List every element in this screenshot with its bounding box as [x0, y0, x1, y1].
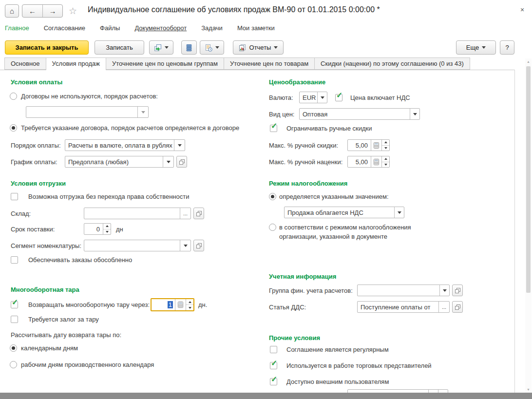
menu-item-notes[interactable]: Мои заметки	[237, 24, 275, 32]
dropdown-button[interactable]	[439, 285, 449, 296]
checkbox-separate-orders-row[interactable]: Обеспечивать заказы обособленно	[11, 256, 132, 264]
checkbox-limit-discounts-row[interactable]: ✓ Ограничивать ручные скидки	[270, 125, 372, 132]
back-button[interactable]: ←	[22, 5, 42, 17]
choose-button[interactable]: ...	[438, 302, 449, 312]
window-title: Индивидуальное соглашение об условиях пр…	[88, 5, 380, 14]
price-type-select[interactable]: Оптовая	[299, 108, 420, 120]
checkbox-tare-deposit-row[interactable]: Требуется залог за тару	[11, 316, 99, 323]
checkbox-limit-discounts[interactable]: ✓	[270, 125, 277, 132]
dropdown-button[interactable]	[174, 140, 185, 151]
spinner	[381, 140, 389, 151]
dropdown-button[interactable]	[180, 240, 190, 251]
help-button[interactable]: ?	[500, 40, 514, 55]
dds-label: Статья ДДС:	[269, 304, 357, 311]
warehouse-field[interactable]: ...	[84, 208, 191, 219]
radio-icon[interactable]	[10, 93, 17, 100]
open-button[interactable]	[452, 285, 463, 296]
currency-select[interactable]: EUR	[299, 92, 327, 103]
checkbox-reps[interactable]: ✓	[270, 362, 277, 369]
structure-button[interactable]	[181, 40, 197, 55]
radio-no-contracts[interactable]: Договоры не используются, порядок расчет…	[10, 93, 158, 100]
checkbox-icon[interactable]	[11, 256, 18, 264]
favorite-star-icon[interactable]: ☆	[69, 6, 77, 16]
return-tare-days-field[interactable]: 1	[151, 298, 194, 311]
checkbox-icon[interactable]	[11, 193, 18, 200]
spin-up-button[interactable]	[186, 299, 193, 305]
open-button[interactable]	[193, 208, 204, 219]
checkbox-external[interactable]: ✓	[270, 378, 277, 385]
settlement-order-select[interactable]	[26, 106, 149, 118]
segment-select[interactable]	[84, 240, 191, 251]
radio-tax-specified[interactable]: определяется указанным значением:	[269, 193, 389, 200]
radio-contract-required[interactable]: Требуется указание договора, порядок рас…	[10, 124, 239, 132]
checkbox-price-includes-vat[interactable]: ✓	[335, 94, 342, 101]
tab-price-groups[interactable]: Уточнение цен по ценовым группам	[106, 57, 224, 70]
tax-value-select[interactable]: Продажа облагается НДС	[284, 207, 404, 218]
save-button[interactable]: Записать	[95, 40, 144, 55]
spin-down-button[interactable]	[186, 305, 193, 310]
menu-item-files[interactable]: Файлы	[100, 24, 120, 32]
menu-item-main[interactable]: Главное	[5, 24, 29, 32]
menu-item-docflow[interactable]: Документооборот	[134, 24, 187, 32]
more-button[interactable]: Еще	[456, 40, 496, 55]
checkbox-icon[interactable]	[270, 346, 277, 353]
scroll-down-icon[interactable]: ▼	[525, 387, 532, 392]
calculator-button[interactable]	[175, 299, 186, 310]
currency-value: EUR	[300, 92, 317, 103]
calculator-button[interactable]	[371, 140, 381, 151]
dropdown-button[interactable]	[410, 109, 419, 119]
fin-group-select[interactable]	[357, 285, 450, 296]
checkbox-regular-row[interactable]: Соглашение является регулярным	[270, 346, 389, 353]
radio-calendar-days[interactable]: календарным дням	[10, 344, 78, 352]
calculator-button[interactable]	[371, 156, 381, 167]
scroll-up-icon[interactable]: ▲	[525, 59, 532, 64]
forward-button[interactable]: →	[42, 5, 62, 17]
tab-sales-conditions[interactable]: Условия продаж	[46, 57, 106, 70]
checkbox-no-ownership-row[interactable]: Возможна отгрузка без перехода права соб…	[11, 193, 189, 200]
vertical-scrollbar[interactable]: ▲ ▼	[525, 58, 532, 393]
radio-selected-icon[interactable]	[269, 193, 276, 200]
open-button[interactable]	[452, 301, 463, 313]
reports-button[interactable]: Отчеты	[233, 40, 284, 55]
dds-field[interactable]: Поступление оплаты от ...	[357, 301, 450, 313]
menu-item-approval[interactable]: Согласование	[44, 24, 85, 32]
checkbox-external-row[interactable]: ✓ Доступно внешним пользователям	[270, 378, 389, 385]
radio-work-days[interactable]: рабочим дням производственного календаря	[10, 361, 154, 368]
document-history-button[interactable]	[200, 40, 224, 55]
radio-selected-icon[interactable]	[10, 344, 17, 352]
tab-discounts[interactable]: Скидки (наценки) по этому соглашению (0 …	[314, 57, 470, 70]
radio-selected-icon[interactable]	[10, 124, 17, 132]
scrollbar-thumb[interactable]	[526, 66, 531, 293]
tab-price-products[interactable]: Уточнение цен по товарам	[224, 57, 315, 70]
open-button[interactable]	[193, 240, 204, 251]
spin-up-button[interactable]	[382, 156, 389, 162]
spin-up-button[interactable]	[103, 224, 111, 229]
spin-down-button[interactable]	[103, 229, 111, 235]
checkbox-icon[interactable]	[11, 316, 18, 323]
save-and-close-button[interactable]: Записать и закрыть	[5, 40, 89, 55]
radio-tax-by-org[interactable]: в соответствии с режимом налогообложения…	[269, 223, 423, 241]
menu-item-tasks[interactable]: Задачи	[201, 24, 223, 32]
dropdown-button[interactable]	[137, 107, 148, 117]
radio-icon[interactable]	[10, 361, 17, 368]
checkbox-reps-row[interactable]: ✓ Используется в работе торговых предста…	[270, 362, 432, 369]
open-button[interactable]	[176, 156, 187, 168]
tab-main[interactable]: Основное	[4, 57, 46, 70]
spin-down-button[interactable]	[382, 162, 389, 168]
dropdown-button[interactable]	[317, 92, 327, 103]
dropdown-button[interactable]	[163, 156, 173, 167]
post-document-button[interactable]	[149, 40, 173, 55]
pay-schedule-select[interactable]: Предоплата (любая)	[65, 156, 174, 168]
checkbox-return-tare[interactable]: ✓	[11, 301, 18, 308]
spin-down-button[interactable]	[382, 146, 389, 151]
max-markup-field[interactable]: 5,00	[347, 156, 390, 168]
radio-icon[interactable]	[269, 224, 276, 231]
dropdown-button[interactable]	[394, 207, 404, 218]
spin-up-button[interactable]	[382, 140, 389, 146]
home-button[interactable]: ⌂	[5, 4, 19, 18]
max-discount-field[interactable]: 5,00	[347, 139, 390, 151]
close-icon[interactable]: ×	[520, 6, 524, 13]
pay-order-select[interactable]: Расчеты в валюте, оплата в рублях	[65, 139, 185, 151]
choose-button[interactable]: ...	[180, 208, 190, 219]
delivery-time-field[interactable]: 0	[84, 223, 111, 235]
